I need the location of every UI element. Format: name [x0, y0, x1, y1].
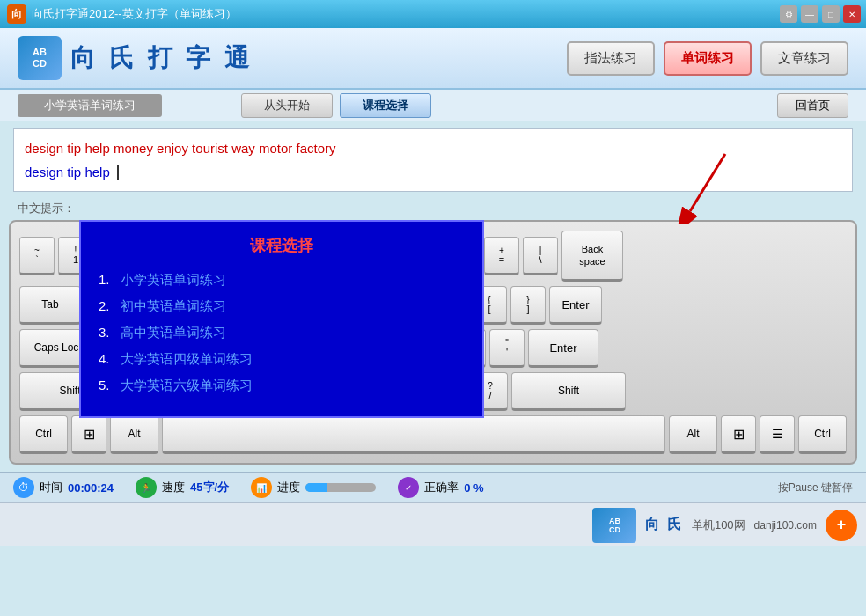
ctrl-left-key[interactable]: Ctrl [19, 415, 68, 454]
accuracy-display: ✓ 正确率 0 % [398, 477, 483, 498]
home-button[interactable]: 回首页 [777, 93, 848, 118]
time-label: 时间 [40, 480, 62, 495]
bottom-logo-icon: ABCD [592, 508, 636, 543]
shift-right-key[interactable]: Shift [511, 372, 626, 411]
progress-fill [305, 483, 327, 492]
progress-icon: 📊 [251, 477, 272, 498]
svg-line-1 [690, 154, 725, 211]
keyboard-section: 课程选择 1. 小学英语单词练习 2. 初中英语单词练习 3. 高中英语单词练习… [9, 220, 857, 465]
overlay-title: 课程选择 [99, 235, 465, 256]
toolbar: 小学英语单词练习 从头开始 课程选择 回首页 [0, 90, 866, 121]
course-item-4[interactable]: 4. 大学英语四级单词练习 [99, 346, 465, 372]
window-controls: ⚙ — □ ✕ [780, 5, 861, 23]
from-start-button[interactable]: 从头开始 [241, 93, 333, 118]
bottom-bar: ABCD 向 氏 单机100网 danji100.com + [0, 502, 866, 546]
app-icon: 向 [7, 4, 26, 24]
title-bar: 向 向氏打字通2012--英文打字（单词练习） ⚙ — □ ✕ [0, 0, 866, 28]
course-item-5[interactable]: 5. 大学英语六级单词练习 [99, 372, 465, 399]
hint-label: 中文提示： [18, 202, 75, 215]
course-item-2[interactable]: 2. 初中英语单词练习 [99, 293, 465, 319]
ctrl-right-key[interactable]: Ctrl [798, 415, 847, 454]
minimize-button[interactable]: — [801, 5, 818, 23]
status-bar: ⏱ 时间 00:00:24 🏃 速度 45字/分 📊 进度 ✓ 正确率 0 % … [0, 472, 866, 502]
maximize-button[interactable]: □ [822, 5, 840, 23]
enter-key[interactable]: Enter [528, 329, 598, 368]
alt-right-key[interactable]: Alt [669, 415, 717, 454]
tab-key[interactable]: Tab [19, 286, 81, 325]
key-rbracket[interactable]: }] [510, 286, 546, 325]
key-enter-top[interactable]: Enter [549, 286, 602, 325]
settings-button[interactable]: ⚙ [780, 5, 797, 23]
clock-icon: ⏱ [13, 477, 34, 498]
accuracy-icon: ✓ [398, 477, 419, 498]
time-value: 00:00:24 [68, 481, 114, 495]
speed-label: 速度 [162, 480, 185, 495]
header-buttons: 指法练习 单词练习 文章练习 [567, 41, 848, 76]
bottom-site: danji100.com [754, 519, 817, 532]
key-tilde[interactable]: ~` [19, 237, 55, 275]
arrow-annotation [672, 145, 743, 228]
cursor [114, 165, 119, 180]
course-list: 1. 小学英语单词练习 2. 初中英语单词练习 3. 高中英语单词练习 4. 大… [99, 267, 465, 399]
progress-bar [305, 483, 376, 492]
speed-display: 🏃 速度 45字/分 [136, 477, 229, 498]
accuracy-label: 正确率 [424, 480, 459, 495]
window-title: 向氏打字通2012--英文打字（单词练习） [32, 6, 237, 22]
bottom-circle-icon: + [826, 510, 857, 541]
app-title: 向 氏 打 字 通 [70, 41, 253, 75]
key-quote[interactable]: "' [489, 329, 525, 368]
course-item-3[interactable]: 3. 高中英语单词练习 [99, 319, 465, 346]
toolbar-nav: 从头开始 课程选择 [241, 93, 431, 118]
win-left-key[interactable]: ⊞ [71, 415, 106, 454]
accuracy-value: 0 % [464, 481, 483, 495]
bottom-brand: 向 氏 [645, 516, 682, 534]
keyboard-row-5: Ctrl ⊞ Alt Alt ⊞ ☰ Ctrl [19, 415, 847, 454]
win-right-key[interactable]: ⊞ [721, 415, 756, 454]
logo-area: ABCD 向 氏 打 字 通 [18, 36, 253, 80]
progress-display: 📊 进度 [251, 477, 376, 498]
close-button[interactable]: ✕ [843, 5, 861, 23]
course-label: 小学英语单词练习 [18, 94, 162, 117]
speed-value: 45字/分 [190, 480, 229, 495]
menu-key[interactable]: ☰ [760, 415, 795, 454]
space-key[interactable] [162, 415, 665, 454]
header: ABCD 向 氏 打 字 通 指法练习 单词练习 文章练习 [0, 28, 866, 90]
speed-icon: 🏃 [136, 477, 157, 498]
pause-hint: 按Pause 键暂停 [778, 480, 853, 495]
finger-practice-button[interactable]: 指法练习 [567, 41, 655, 76]
bottom-site-label: 单机100网 [692, 517, 745, 533]
key-equals[interactable]: += [484, 237, 519, 275]
logo-icon: ABCD [18, 36, 62, 80]
course-select-button[interactable]: 课程选择 [340, 93, 431, 118]
alt-left-key[interactable]: Alt [110, 415, 158, 454]
course-overlay[interactable]: 课程选择 1. 小学英语单词练习 2. 初中英语单词练习 3. 高中英语单词练习… [79, 220, 484, 418]
article-practice-button[interactable]: 文章练习 [760, 41, 848, 76]
key-backslash[interactable]: |\ [523, 237, 558, 275]
word-practice-button[interactable]: 单词练习 [664, 41, 752, 76]
backspace-key[interactable]: Backspace [561, 231, 623, 282]
time-display: ⏱ 时间 00:00:24 [13, 477, 114, 498]
course-item-1[interactable]: 1. 小学英语单词练习 [99, 267, 465, 293]
progress-label: 进度 [277, 480, 300, 495]
